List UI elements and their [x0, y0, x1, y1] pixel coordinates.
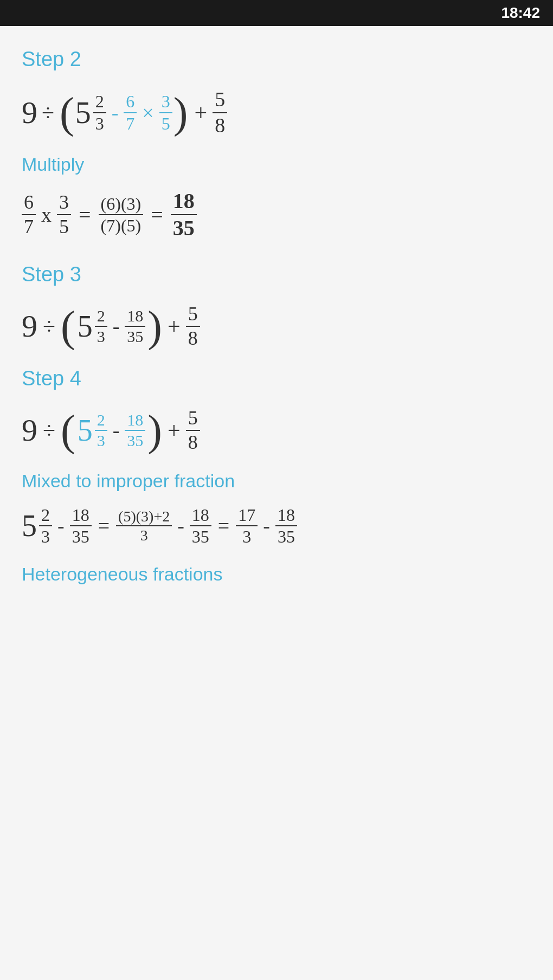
step2-times-op: ×	[142, 101, 153, 125]
step4-open-paren: (	[61, 409, 75, 452]
step4-whole-5: 5	[78, 415, 93, 446]
step4-den-3: 3	[95, 431, 107, 450]
step2-frac-2-3-den: 3	[93, 113, 106, 134]
conv-num-2: 2	[39, 505, 52, 526]
mul-result: 18 35	[171, 188, 197, 241]
step2-mixed-5-2-3: 5 2 3	[75, 91, 106, 134]
mul-equals-2: =	[151, 202, 163, 228]
step-2-label: Step 2	[22, 48, 531, 71]
step4-close-paren: )	[147, 409, 162, 452]
conv-minus-2: -	[177, 514, 184, 538]
step3-expression: 9 ÷ ( 5 2 3 - 18 35 ) + 5 8	[22, 302, 531, 350]
conv-den-3: 3	[240, 526, 253, 547]
step4-plus: +	[168, 417, 181, 443]
conv-equals-1: =	[98, 514, 110, 538]
conv-frac-2-3: 2 3	[39, 505, 52, 547]
step2-frac-3-5-den: 5	[159, 113, 172, 134]
improper-conversion-row: 5 2 3 - 18 35 = (5)(3)+2 3 - 18 35 = 17 …	[22, 505, 531, 547]
mul-frac-3-5: 3 5	[57, 191, 71, 238]
step2-frac-5-8-den: 8	[213, 113, 227, 138]
step4-frac-5-8: 5 8	[186, 407, 200, 454]
conv-den-35c: 35	[275, 526, 297, 547]
conv-minus-1: -	[57, 514, 65, 538]
conv-minus-3: -	[263, 514, 270, 538]
mul-6: 6	[22, 191, 36, 215]
step3-den-8: 8	[186, 327, 200, 350]
mul-expanded: (6)(3) (7)(5)	[99, 194, 144, 236]
mul-3: 3	[57, 191, 71, 215]
step2-frac-3-5-num: 3	[159, 91, 172, 113]
step4-expression: 9 ÷ ( 5 2 3 - 18 35 ) + 5 8	[22, 407, 531, 454]
step4-minus: -	[113, 418, 120, 442]
step3-frac-5-8: 5 8	[186, 302, 200, 350]
conv-frac-18-35c: 18 35	[275, 505, 297, 547]
step2-frac-2-3: 2 3	[93, 91, 106, 134]
mul-times: x	[41, 203, 52, 227]
step3-plus: +	[168, 313, 181, 339]
step2-minus-op: -	[112, 102, 119, 123]
step3-minus: -	[113, 314, 120, 338]
conv-den-35: 35	[70, 526, 92, 547]
step3-den-3: 3	[95, 327, 107, 346]
mixed-to-improper-hint: Mixed to improper fraction	[22, 470, 531, 492]
conv-equals-2: =	[218, 514, 229, 538]
step2-plus-op: +	[194, 101, 207, 124]
step4-num-5: 5	[186, 407, 200, 431]
mul-18: 18	[171, 188, 197, 215]
conv-den-3: 3	[39, 526, 52, 547]
conv-expanded: (5)(3)+2 3	[116, 507, 172, 545]
mul-7: 7	[22, 215, 36, 238]
conv-den-35b: 35	[190, 526, 211, 547]
mul-frac-6-7: 6 7	[22, 191, 36, 238]
step2-close-paren: )	[173, 91, 188, 134]
mul-5: 5	[57, 215, 71, 238]
conv-exp-num: (5)(3)+2	[116, 507, 172, 527]
step4-num-18: 18	[125, 410, 145, 431]
step4-frac-18-35: 18 35	[125, 410, 145, 450]
mul-exp-den: (7)(5)	[99, 215, 144, 236]
mul-equals-1: =	[79, 202, 91, 228]
step-4-label: Step 4	[22, 367, 531, 390]
heterogeneous-hint: Heterogeneous fractions	[22, 564, 531, 585]
mul-exp-num: (6)(3)	[99, 194, 144, 215]
conv-whole-5: 5	[22, 511, 37, 541]
mul-35: 35	[171, 215, 197, 241]
step4-frac-2-3: 2 3	[95, 410, 107, 450]
conv-frac-18-35b: 18 35	[190, 505, 211, 547]
step3-open-paren: (	[61, 305, 75, 348]
step2-frac-5-8: 5 8	[213, 87, 227, 138]
step3-whole-5: 5	[78, 311, 93, 341]
multiply-hint: Multiply	[22, 154, 531, 175]
step2-div-op: ÷	[42, 101, 54, 124]
step3-num-2: 2	[95, 306, 107, 327]
multiply-row: 6 7 x 3 5 = (6)(3) (7)(5) = 18 35	[22, 188, 531, 241]
step4-div: ÷	[43, 417, 55, 443]
step3-frac-18-35: 18 35	[125, 306, 145, 346]
step2-frac-3-5: 3 5	[159, 91, 172, 134]
step3-close-paren: )	[147, 305, 162, 348]
step3-mixed-5: 5 2 3	[78, 306, 107, 346]
step-3-label: Step 3	[22, 263, 531, 286]
step3-div: ÷	[43, 313, 55, 339]
conv-num-18: 18	[70, 505, 92, 526]
conv-num-18b: 18	[190, 505, 211, 526]
conv-frac-18-35: 18 35	[70, 505, 92, 547]
step4-whole-9: 9	[22, 415, 37, 446]
step3-den-35: 35	[125, 327, 145, 346]
step2-frac-5-8-num: 5	[213, 87, 227, 113]
step3-num-18: 18	[125, 306, 145, 327]
step3-frac-2-3: 2 3	[95, 306, 107, 346]
step2-open-paren: (	[60, 91, 74, 134]
conv-num-17: 17	[236, 505, 258, 526]
step4-mixed-5: 5 2 3	[78, 410, 107, 450]
step2-whole-9: 9	[22, 97, 37, 128]
status-bar: 18:42	[0, 0, 553, 26]
step4-num-2: 2	[95, 410, 107, 431]
step3-num-5: 5	[186, 302, 200, 327]
conv-frac-17-3: 17 3	[236, 505, 258, 547]
step2-frac-6-7-num: 6	[124, 91, 137, 113]
status-time: 18:42	[501, 4, 540, 22]
main-content: Step 2 9 ÷ ( 5 2 3 - 6 7 × 3 5 ) + 5	[0, 26, 553, 614]
step3-whole-9: 9	[22, 311, 37, 342]
step2-frac-2-3-num: 2	[93, 91, 106, 113]
